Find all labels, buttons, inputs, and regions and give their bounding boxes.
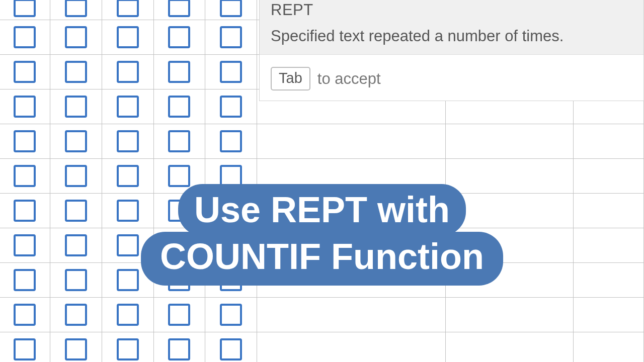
checkbox[interactable] — [14, 0, 36, 17]
checkbox[interactable] — [65, 269, 87, 291]
checkbox[interactable] — [168, 61, 190, 83]
grid-cell[interactable] — [205, 20, 257, 54]
grid-cell[interactable] — [102, 55, 154, 89]
checkbox[interactable] — [14, 200, 36, 222]
checkbox[interactable] — [117, 269, 139, 291]
checkbox[interactable] — [65, 200, 87, 222]
checkbox[interactable] — [14, 96, 36, 118]
checkbox[interactable] — [220, 130, 242, 152]
checkbox[interactable] — [168, 96, 190, 118]
grid-cell[interactable] — [50, 55, 102, 89]
checkbox[interactable] — [220, 61, 242, 83]
grid-cell[interactable] — [574, 332, 644, 362]
grid-cell[interactable] — [154, 0, 206, 20]
checkbox[interactable] — [65, 338, 87, 360]
grid-cell[interactable] — [154, 124, 206, 158]
checkbox[interactable] — [168, 26, 190, 48]
grid-cell[interactable] — [50, 20, 102, 54]
checkbox[interactable] — [117, 304, 139, 326]
grid-cell[interactable] — [574, 228, 644, 262]
grid-cell[interactable] — [446, 124, 574, 158]
checkbox[interactable] — [168, 0, 190, 17]
grid-cell[interactable] — [50, 263, 102, 297]
grid-cell[interactable] — [50, 124, 102, 158]
grid-cell[interactable] — [574, 298, 644, 332]
checkbox[interactable] — [117, 61, 139, 83]
grid-cell[interactable] — [0, 194, 50, 228]
checkbox[interactable] — [65, 26, 87, 48]
grid-cell[interactable] — [0, 55, 50, 89]
grid-cell[interactable] — [0, 298, 50, 332]
checkbox[interactable] — [168, 304, 190, 326]
checkbox[interactable] — [117, 26, 139, 48]
grid-cell[interactable] — [102, 124, 154, 158]
grid-cell[interactable] — [50, 89, 102, 124]
checkbox[interactable] — [220, 304, 242, 326]
grid-cell[interactable] — [574, 263, 644, 297]
grid-cell[interactable] — [574, 159, 644, 193]
checkbox[interactable] — [117, 338, 139, 360]
grid-cell[interactable] — [574, 194, 644, 228]
checkbox[interactable] — [65, 130, 87, 152]
checkbox[interactable] — [14, 269, 36, 291]
checkbox[interactable] — [117, 96, 139, 118]
grid-cell[interactable] — [50, 0, 102, 20]
grid-cell[interactable] — [102, 89, 154, 124]
checkbox[interactable] — [14, 304, 36, 326]
checkbox[interactable] — [65, 304, 87, 326]
grid-cell[interactable] — [102, 298, 154, 332]
checkbox[interactable] — [65, 234, 87, 256]
checkbox[interactable] — [117, 200, 139, 222]
checkbox[interactable] — [65, 61, 87, 83]
checkbox[interactable] — [65, 165, 87, 187]
grid-cell[interactable] — [0, 20, 50, 54]
grid-cell[interactable] — [574, 124, 644, 158]
checkbox[interactable] — [220, 96, 242, 118]
grid-cell[interactable] — [0, 332, 50, 362]
checkbox[interactable] — [14, 234, 36, 256]
checkbox[interactable] — [168, 130, 190, 152]
grid-cell[interactable] — [0, 124, 50, 158]
checkbox[interactable] — [14, 165, 36, 187]
grid-cell[interactable] — [0, 0, 50, 20]
grid-cell[interactable] — [154, 55, 206, 89]
checkbox[interactable] — [14, 26, 36, 48]
grid-cell[interactable] — [0, 159, 50, 193]
grid-cell[interactable] — [257, 332, 445, 362]
checkbox[interactable] — [14, 130, 36, 152]
grid-cell[interactable] — [154, 20, 206, 54]
checkbox[interactable] — [220, 338, 242, 360]
grid-cell[interactable] — [50, 194, 102, 228]
grid-cell[interactable] — [102, 332, 154, 362]
grid-cell[interactable] — [446, 298, 574, 332]
grid-cell[interactable] — [50, 159, 102, 193]
checkbox[interactable] — [220, 0, 242, 17]
grid-cell[interactable] — [257, 298, 445, 332]
grid-cell[interactable] — [154, 298, 206, 332]
grid-cell[interactable] — [50, 228, 102, 262]
grid-cell[interactable] — [102, 20, 154, 54]
checkbox[interactable] — [65, 0, 87, 17]
grid-cell[interactable] — [50, 332, 102, 362]
grid-cell[interactable] — [0, 89, 50, 124]
grid-cell[interactable] — [154, 89, 206, 124]
grid-cell[interactable] — [205, 89, 257, 124]
checkbox[interactable] — [168, 338, 190, 360]
checkbox[interactable] — [117, 0, 139, 17]
grid-cell[interactable] — [50, 298, 102, 332]
checkbox[interactable] — [168, 165, 190, 187]
grid-cell[interactable] — [0, 228, 50, 262]
checkbox[interactable] — [14, 338, 36, 360]
grid-cell[interactable] — [0, 263, 50, 297]
checkbox[interactable] — [220, 26, 242, 48]
checkbox[interactable] — [65, 96, 87, 118]
grid-cell[interactable] — [446, 332, 574, 362]
checkbox[interactable] — [220, 165, 242, 187]
checkbox[interactable] — [117, 165, 139, 187]
grid-cell[interactable] — [205, 55, 257, 89]
grid-cell[interactable] — [205, 298, 257, 332]
grid-cell[interactable] — [102, 0, 154, 20]
grid-cell[interactable] — [205, 124, 257, 158]
grid-cell[interactable] — [257, 124, 445, 158]
grid-cell[interactable] — [205, 332, 257, 362]
